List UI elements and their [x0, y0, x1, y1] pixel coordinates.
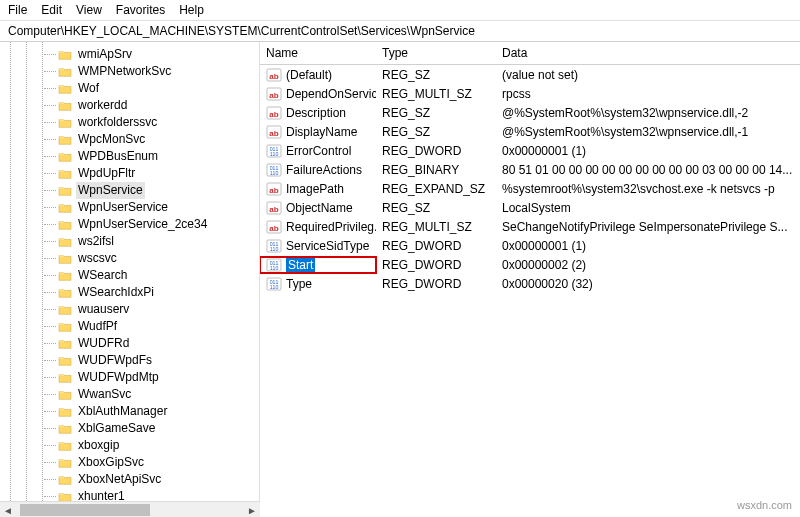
- tree-item-wpnservice[interactable]: WpnService: [58, 182, 259, 199]
- value-row[interactable]: ServiceSidTypeREG_DWORD0x00000001 (1): [260, 236, 800, 255]
- tree-item-workerdd[interactable]: workerdd: [58, 97, 259, 114]
- tree-horizontal-scrollbar[interactable]: ◄ ►: [0, 501, 260, 517]
- value-data: @%SystemRoot%\system32\wpnservice.dll,-2: [496, 106, 800, 120]
- value-data: %systemroot%\system32\svchost.exe -k net…: [496, 182, 800, 196]
- folder-icon: [58, 117, 72, 129]
- string-value-icon: [266, 86, 282, 102]
- value-row[interactable]: ImagePathREG_EXPAND_SZ%systemroot%\syste…: [260, 179, 800, 198]
- tree-item-label: WPDBusEnum: [76, 148, 160, 165]
- tree-item-ws2ifsl[interactable]: ws2ifsl: [58, 233, 259, 250]
- folder-icon: [58, 355, 72, 367]
- folder-icon: [58, 134, 72, 146]
- tree-item-xboxnetapisvc[interactable]: XboxNetApiSvc: [58, 471, 259, 488]
- value-name: ServiceSidType: [286, 239, 369, 253]
- value-row[interactable]: RequiredPrivileg...REG_MULTI_SZSeChangeN…: [260, 217, 800, 236]
- value-type: REG_SZ: [376, 201, 496, 215]
- tree-item-xboxgipsvc[interactable]: XboxGipSvc: [58, 454, 259, 471]
- tree-item-label: Wof: [76, 80, 101, 97]
- tree-item-wpnuserservice[interactable]: WpnUserService: [58, 199, 259, 216]
- tree-item-wsearchidxpi[interactable]: WSearchIdxPi: [58, 284, 259, 301]
- menu-edit[interactable]: Edit: [41, 3, 62, 17]
- value-type: REG_DWORD: [376, 258, 496, 272]
- folder-icon: [58, 338, 72, 350]
- value-data: @%SystemRoot%\system32\wpnservice.dll,-1: [496, 125, 800, 139]
- value-row[interactable]: ObjectNameREG_SZLocalSystem: [260, 198, 800, 217]
- value-data: (value not set): [496, 68, 800, 82]
- tree-item-wudfpf[interactable]: WudfPf: [58, 318, 259, 335]
- menu-view[interactable]: View: [76, 3, 102, 17]
- list-header: Name Type Data: [260, 42, 800, 65]
- value-row[interactable]: (Default)REG_SZ(value not set): [260, 65, 800, 84]
- value-row[interactable]: FailureActionsREG_BINARY80 51 01 00 00 0…: [260, 160, 800, 179]
- tree-item-wmpnetworksvc[interactable]: WMPNetworkSvc: [58, 63, 259, 80]
- column-data[interactable]: Data: [496, 42, 800, 64]
- scroll-thumb[interactable]: [20, 504, 150, 516]
- tree-item-workfolderssvc[interactable]: workfolderssvc: [58, 114, 259, 131]
- tree-pane[interactable]: wmiApSrvWMPNetworkSvcWofworkerddworkfold…: [0, 42, 260, 517]
- value-row[interactable]: TypeREG_DWORD0x00000020 (32): [260, 274, 800, 293]
- value-data: rpcss: [496, 87, 800, 101]
- folder-icon: [58, 151, 72, 163]
- value-data: 0x00000002 (2): [496, 258, 800, 272]
- value-name: DependOnService: [286, 87, 376, 101]
- tree-item-wpnuserservice_2ce34[interactable]: WpnUserService_2ce34: [58, 216, 259, 233]
- value-row[interactable]: ErrorControlREG_DWORD0x00000001 (1): [260, 141, 800, 160]
- tree-item-label: wuauserv: [76, 301, 131, 318]
- value-name: Description: [286, 106, 346, 120]
- tree-item-wpcmonsvc[interactable]: WpcMonSvc: [58, 131, 259, 148]
- scroll-left-arrow-icon[interactable]: ◄: [0, 502, 16, 517]
- folder-icon: [58, 253, 72, 265]
- tree-item-wscsvc[interactable]: wscsvc: [58, 250, 259, 267]
- folder-icon: [58, 270, 72, 282]
- folder-icon: [58, 474, 72, 486]
- tree-item-xblgamesave[interactable]: XblGameSave: [58, 420, 259, 437]
- tree-item-wmiapsrv[interactable]: wmiApSrv: [58, 46, 259, 63]
- value-row[interactable]: DescriptionREG_SZ@%SystemRoot%\system32\…: [260, 103, 800, 122]
- value-type: REG_DWORD: [376, 239, 496, 253]
- value-data: 0x00000020 (32): [496, 277, 800, 291]
- folder-icon: [58, 389, 72, 401]
- tree-item-label: WwanSvc: [76, 386, 133, 403]
- tree-item-wsearch[interactable]: WSearch: [58, 267, 259, 284]
- column-type[interactable]: Type: [376, 42, 496, 64]
- values-pane: Name Type Data (Default)REG_SZ(value not…: [260, 42, 800, 517]
- value-data: LocalSystem: [496, 201, 800, 215]
- value-name: ErrorControl: [286, 144, 351, 158]
- value-name: RequiredPrivileg...: [286, 220, 376, 234]
- tree-item-label: WpcMonSvc: [76, 131, 147, 148]
- folder-icon: [58, 287, 72, 299]
- tree-item-label: wscsvc: [76, 250, 119, 267]
- tree-item-label: XblGameSave: [76, 420, 157, 437]
- value-row[interactable]: DependOnServiceREG_MULTI_SZrpcss: [260, 84, 800, 103]
- value-row[interactable]: StartREG_DWORD0x00000002 (2): [260, 255, 800, 274]
- binary-value-icon: [266, 257, 282, 273]
- string-value-icon: [266, 124, 282, 140]
- address-bar[interactable]: Computer\HKEY_LOCAL_MACHINE\SYSTEM\Curre…: [0, 21, 800, 42]
- tree-item-label: WUDFWpdMtp: [76, 369, 161, 386]
- string-value-icon: [266, 67, 282, 83]
- value-type: REG_SZ: [376, 106, 496, 120]
- value-row[interactable]: DisplayNameREG_SZ@%SystemRoot%\system32\…: [260, 122, 800, 141]
- tree-item-wudfrd[interactable]: WUDFRd: [58, 335, 259, 352]
- folder-icon: [58, 168, 72, 180]
- menu-file[interactable]: File: [8, 3, 27, 17]
- tree-item-wudfwpdfs[interactable]: WUDFWpdFs: [58, 352, 259, 369]
- tree-item-wof[interactable]: Wof: [58, 80, 259, 97]
- tree-item-xblauthmanager[interactable]: XblAuthManager: [58, 403, 259, 420]
- tree-item-wpdupfltr[interactable]: WpdUpFltr: [58, 165, 259, 182]
- tree-item-label: WpnService: [76, 182, 145, 199]
- menu-favorites[interactable]: Favorites: [116, 3, 165, 17]
- tree-item-wwansvc[interactable]: WwanSvc: [58, 386, 259, 403]
- value-type: REG_DWORD: [376, 277, 496, 291]
- value-type: REG_MULTI_SZ: [376, 220, 496, 234]
- tree-item-wpdbusenum[interactable]: WPDBusEnum: [58, 148, 259, 165]
- scroll-right-arrow-icon[interactable]: ►: [244, 502, 260, 517]
- tree-item-label: WpdUpFltr: [76, 165, 137, 182]
- tree-item-wuauserv[interactable]: wuauserv: [58, 301, 259, 318]
- menu-help[interactable]: Help: [179, 3, 204, 17]
- tree-item-wudfwpdmtp[interactable]: WUDFWpdMtp: [58, 369, 259, 386]
- column-name[interactable]: Name: [260, 42, 376, 64]
- folder-icon: [58, 49, 72, 61]
- folder-icon: [58, 372, 72, 384]
- tree-item-xboxgip[interactable]: xboxgip: [58, 437, 259, 454]
